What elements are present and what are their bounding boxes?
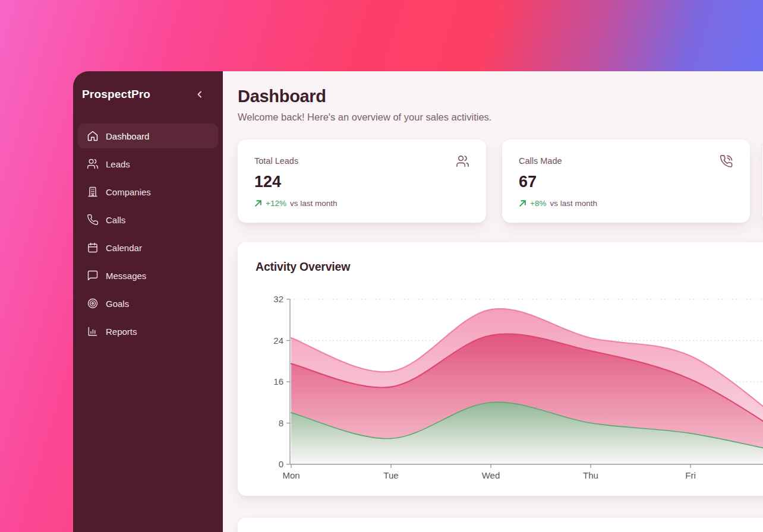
sidebar-item-label: Companies bbox=[106, 187, 151, 197]
sidebar-nav: Dashboard Leads Companies Calls Calendar bbox=[73, 124, 223, 344]
trend-suffix: vs last month bbox=[290, 199, 338, 208]
sidebar-item-label: Reports bbox=[106, 327, 137, 337]
sidebar-item-label: Leads bbox=[106, 159, 130, 169]
trend-suffix: vs last month bbox=[550, 199, 597, 208]
sidebar-item-companies[interactable]: Companies bbox=[78, 179, 218, 204]
sidebar-item-leads[interactable]: Leads bbox=[78, 151, 218, 176]
sidebar-item-label: Dashboard bbox=[106, 131, 149, 141]
stat-card-calls-made: Calls Made 67 +8% vs last month bbox=[502, 140, 750, 223]
svg-text:Mon: Mon bbox=[282, 470, 299, 480]
sidebar-item-calls[interactable]: Calls bbox=[78, 207, 218, 232]
svg-text:32: 32 bbox=[273, 294, 283, 304]
users-icon bbox=[456, 154, 469, 168]
page-subtitle: Welcome back! Here's an overview of your… bbox=[238, 112, 491, 123]
svg-text:24: 24 bbox=[273, 335, 283, 346]
sidebar-item-goals[interactable]: Goals bbox=[78, 291, 218, 316]
phone-icon bbox=[87, 214, 99, 226]
sidebar-item-dashboard[interactable]: Dashboard bbox=[78, 124, 218, 148]
trend-percent: +12% bbox=[266, 199, 286, 208]
calendar-icon bbox=[87, 242, 99, 254]
sidebar-item-messages[interactable]: Messages bbox=[78, 263, 218, 288]
sidebar-item-label: Goals bbox=[106, 299, 129, 309]
chevron-left-icon bbox=[196, 90, 204, 99]
svg-text:16: 16 bbox=[273, 376, 283, 387]
trend-up-icon bbox=[254, 200, 262, 207]
bar-chart-icon bbox=[87, 325, 99, 337]
activity-overview-card: Activity Overview 08162432MonTueWedThuFr… bbox=[238, 242, 763, 496]
sidebar: ProspectPro Dashboard Leads Companies bbox=[73, 71, 223, 532]
target-icon bbox=[87, 297, 99, 309]
brand-logo: ProspectPro bbox=[82, 88, 150, 101]
svg-text:8: 8 bbox=[279, 418, 283, 428]
sidebar-item-label: Messages bbox=[106, 271, 146, 281]
svg-text:0: 0 bbox=[279, 459, 283, 469]
sidebar-item-label: Calendar bbox=[106, 243, 142, 253]
page-title: Dashboard bbox=[238, 87, 326, 106]
stat-value: 124 bbox=[254, 173, 469, 191]
phone-call-icon bbox=[720, 154, 733, 168]
stat-label: Total Leads bbox=[254, 154, 298, 166]
svg-text:Tue: Tue bbox=[383, 470, 398, 480]
svg-text:Wed: Wed bbox=[482, 470, 500, 480]
chart-title: Activity Overview bbox=[256, 260, 350, 274]
main-content: Dashboard Welcome back! Here's an overvi… bbox=[223, 71, 763, 532]
sidebar-item-calendar[interactable]: Calendar bbox=[78, 235, 218, 260]
building-icon bbox=[87, 186, 99, 198]
svg-text:Thu: Thu bbox=[583, 470, 598, 480]
stat-card-total-leads: Total Leads 124 +12% vs last month bbox=[238, 140, 486, 223]
trend-up-icon bbox=[519, 200, 526, 207]
svg-text:Fri: Fri bbox=[685, 470, 696, 480]
collapse-sidebar-button[interactable] bbox=[194, 89, 205, 100]
sidebar-item-label: Calls bbox=[106, 215, 125, 225]
message-icon bbox=[87, 270, 99, 281]
stat-label: Calls Made bbox=[519, 154, 562, 166]
sidebar-item-reports[interactable]: Reports bbox=[78, 319, 218, 344]
sidebar-header: ProspectPro bbox=[73, 71, 223, 101]
home-icon bbox=[87, 130, 99, 142]
stat-value: 67 bbox=[519, 173, 733, 191]
trend-percent: +8% bbox=[530, 199, 546, 208]
activity-chart: 08162432MonTueWedThuFri bbox=[238, 279, 763, 487]
bottom-card-partial bbox=[238, 518, 763, 532]
users-icon bbox=[87, 158, 99, 170]
